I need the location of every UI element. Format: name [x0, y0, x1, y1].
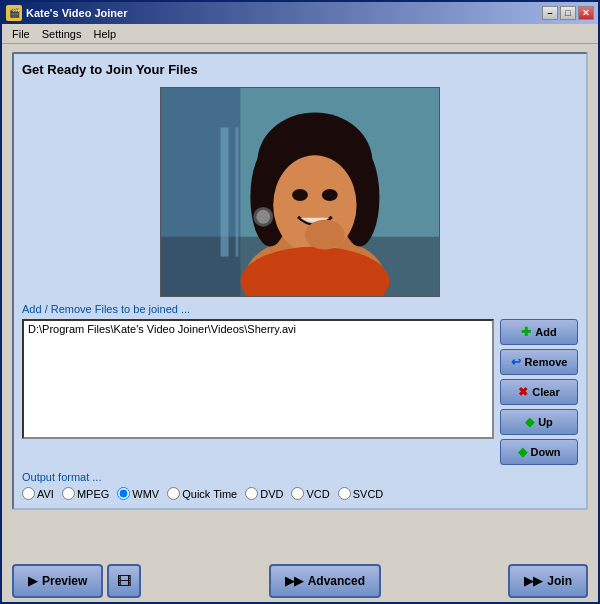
app-icon: 🎬 [6, 5, 22, 21]
vcd-radio[interactable] [291, 487, 304, 500]
bottom-bar: ▶ Preview 🎞 ▶▶ Advanced ▶▶ Join [2, 560, 598, 602]
join-label: Join [547, 574, 572, 588]
bottom-left: ▶ Preview 🎞 [12, 564, 141, 598]
svg-point-10 [292, 189, 308, 201]
preview-label: Preview [42, 574, 87, 588]
quicktime-radio[interactable] [167, 487, 180, 500]
output-section: Output format ... AVI MPEG WMV [22, 471, 578, 500]
wmv-radio[interactable] [117, 487, 130, 500]
format-svcd[interactable]: SVCD [338, 487, 384, 500]
up-button[interactable]: ◆ Up [500, 409, 578, 435]
files-section: Add / Remove Files to be joined ... D:\P… [22, 303, 578, 465]
avi-radio[interactable] [22, 487, 35, 500]
files-label: Add / Remove Files to be joined ... [22, 303, 578, 315]
format-wmv[interactable]: WMV [117, 487, 159, 500]
svg-rect-17 [235, 127, 238, 256]
down-button[interactable]: ◆ Down [500, 439, 578, 465]
filmstrip-icon: 🎞 [117, 573, 131, 589]
avi-label: AVI [37, 488, 54, 500]
down-label: Down [531, 446, 561, 458]
minimize-button[interactable]: – [542, 6, 558, 20]
close-button[interactable]: ✕ [578, 6, 594, 20]
files-row: D:\Program Files\Kate's Video Joiner\Vid… [22, 319, 578, 465]
advanced-label: Advanced [308, 574, 365, 588]
svg-point-15 [305, 220, 345, 250]
clear-label: Clear [532, 386, 560, 398]
format-dvd[interactable]: DVD [245, 487, 283, 500]
output-label: Output format ... [22, 471, 578, 483]
format-quicktime[interactable]: Quick Time [167, 487, 237, 500]
svcd-radio[interactable] [338, 487, 351, 500]
menu-bar: File Settings Help [2, 24, 598, 44]
wmv-label: WMV [132, 488, 159, 500]
title-buttons: – □ ✕ [542, 6, 594, 20]
up-icon: ◆ [525, 415, 534, 429]
format-mpeg[interactable]: MPEG [62, 487, 109, 500]
svg-point-11 [322, 189, 338, 201]
preview-button[interactable]: ▶ Preview [12, 564, 103, 598]
svg-rect-16 [221, 127, 229, 256]
join-button[interactable]: ▶▶ Join [508, 564, 588, 598]
add-label: Add [535, 326, 556, 338]
up-label: Up [538, 416, 553, 428]
quicktime-label: Quick Time [182, 488, 237, 500]
down-icon: ◆ [518, 445, 527, 459]
menu-settings[interactable]: Settings [36, 27, 88, 41]
title-bar: 🎬 Kate's Video Joiner – □ ✕ [2, 2, 598, 24]
advanced-icon: ▶▶ [285, 574, 303, 588]
dvd-label: DVD [260, 488, 283, 500]
main-content: Get Ready to Join Your Files [2, 44, 598, 560]
clear-button[interactable]: ✖ Clear [500, 379, 578, 405]
remove-icon: ↩ [511, 355, 521, 369]
dvd-radio[interactable] [245, 487, 258, 500]
svcd-label: SVCD [353, 488, 384, 500]
title-bar-left: 🎬 Kate's Video Joiner [6, 5, 127, 21]
inner-panel: Get Ready to Join Your Files [12, 52, 588, 510]
maximize-button[interactable]: □ [560, 6, 576, 20]
remove-label: Remove [525, 356, 568, 368]
add-button[interactable]: ✚ Add [500, 319, 578, 345]
mpeg-radio[interactable] [62, 487, 75, 500]
preview-image [161, 87, 439, 297]
file-list[interactable]: D:\Program Files\Kate's Video Joiner\Vid… [22, 319, 494, 439]
svg-point-13 [256, 210, 270, 224]
remove-button[interactable]: ↩ Remove [500, 349, 578, 375]
preview-icon: ▶ [28, 574, 37, 588]
file-buttons: ✚ Add ↩ Remove ✖ Clear ◆ [500, 319, 578, 465]
format-avi[interactable]: AVI [22, 487, 54, 500]
vcd-label: VCD [306, 488, 329, 500]
page-title: Get Ready to Join Your Files [22, 62, 578, 77]
filmstrip-button[interactable]: 🎞 [107, 564, 141, 598]
format-radio-group: AVI MPEG WMV Quick Time [22, 487, 578, 500]
format-vcd[interactable]: VCD [291, 487, 329, 500]
mpeg-label: MPEG [77, 488, 109, 500]
menu-file[interactable]: File [6, 27, 36, 41]
main-window: 🎬 Kate's Video Joiner – □ ✕ File Setting… [0, 0, 600, 604]
join-icon: ▶▶ [524, 574, 542, 588]
clear-icon: ✖ [518, 385, 528, 399]
preview-area [160, 87, 440, 297]
menu-help[interactable]: Help [87, 27, 122, 41]
window-title: Kate's Video Joiner [26, 7, 127, 19]
add-icon: ✚ [521, 325, 531, 339]
file-list-item[interactable]: D:\Program Files\Kate's Video Joiner\Vid… [28, 323, 488, 335]
advanced-button[interactable]: ▶▶ Advanced [269, 564, 381, 598]
